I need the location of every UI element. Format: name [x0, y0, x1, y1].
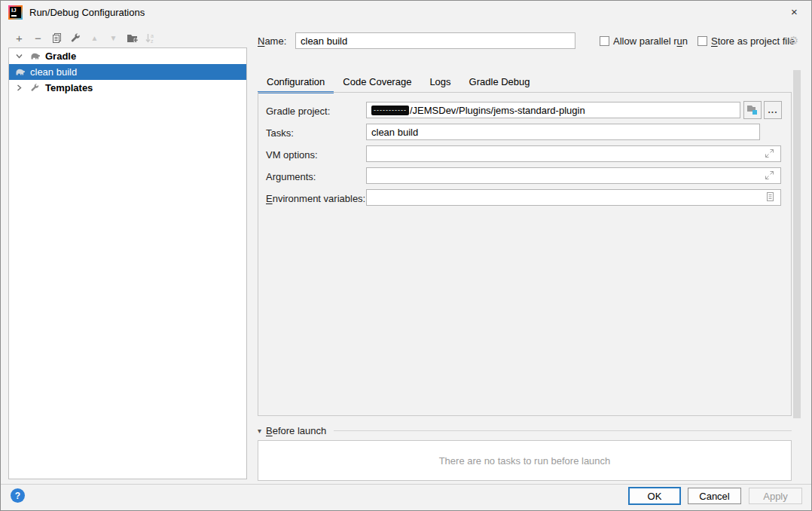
redacted-path-segment: ----------- — [371, 106, 409, 115]
configuration-panel — [258, 92, 792, 416]
remove-configuration-icon[interactable]: − — [29, 29, 47, 46]
title-bar: IJ Run/Debug Configurations × — [1, 1, 811, 23]
tree-label-gradle: Gradle — [45, 50, 76, 62]
tab-configuration[interactable]: Configuration — [258, 72, 334, 93]
configurations-tree: Gradle clean build Templates — [8, 47, 247, 479]
browse-button[interactable]: ... — [764, 101, 782, 119]
svg-text:z: z — [151, 38, 154, 43]
collapse-arrow-icon[interactable]: ▾ — [258, 427, 261, 435]
arguments-input[interactable] — [366, 167, 781, 184]
before-launch-task-list: There are no tasks to run before launch — [258, 440, 792, 481]
wrench-icon — [30, 83, 42, 93]
vertical-scrollbar[interactable] — [793, 70, 801, 418]
tab-gradle-debug[interactable]: Gradle Debug — [460, 72, 539, 93]
configuration-tabs: Configuration Code Coverage Logs Gradle … — [258, 72, 539, 93]
ok-button[interactable]: OK — [628, 487, 681, 505]
intellij-logo-icon: IJ — [8, 5, 23, 20]
copy-configuration-icon[interactable] — [47, 29, 66, 46]
before-launch-empty-text: There are no tasks to run before launch — [439, 455, 611, 467]
env-variables-list-icon[interactable] — [766, 191, 774, 202]
move-up-icon: ▲ — [85, 29, 104, 46]
gradle-elephant-icon — [15, 67, 27, 78]
tab-code-coverage[interactable]: Code Coverage — [334, 72, 420, 93]
allow-parallel-run-label[interactable]: Allow parallel run — [613, 35, 688, 47]
gradle-project-label: Gradle project: — [266, 106, 330, 117]
arguments-label: Arguments: — [266, 171, 316, 182]
tree-label-templates: Templates — [45, 82, 93, 93]
section-divider — [334, 430, 792, 431]
before-launch-label: Before launch — [266, 425, 326, 436]
chevron-right-icon[interactable] — [15, 84, 24, 92]
vm-options-input[interactable] — [366, 145, 781, 162]
apply-button: Apply — [749, 488, 802, 504]
tasks-input[interactable] — [366, 124, 760, 140]
vm-options-label: VM options: — [266, 149, 318, 161]
cancel-button[interactable]: Cancel — [688, 488, 741, 504]
tree-item-clean-build[interactable]: clean build — [9, 64, 246, 80]
gradle-project-input[interactable]: -----------/JEMSDev/Plugins/jems-standar… — [366, 102, 740, 118]
name-label: Name: — [258, 35, 286, 47]
tab-logs[interactable]: Logs — [420, 72, 459, 93]
tasks-label: Tasks: — [266, 127, 294, 139]
configurations-toolbar: + − ▲ ▼ a z — [10, 29, 160, 46]
gradle-elephant-icon — [30, 51, 42, 62]
allow-parallel-run-checkbox[interactable] — [600, 36, 609, 46]
footer-divider — [1, 484, 811, 485]
gear-icon: ⚙ — [789, 34, 798, 47]
new-folder-icon[interactable] — [123, 29, 142, 46]
expand-field-icon[interactable] — [765, 148, 774, 158]
store-as-project-file-checkbox[interactable] — [698, 36, 707, 46]
tree-label-clean-build: clean build — [30, 66, 77, 78]
expand-field-icon[interactable] — [765, 170, 774, 180]
chevron-down-icon[interactable] — [15, 52, 24, 60]
gradle-project-path: /JEMSDev/Plugins/jems-standard-plugin — [410, 105, 585, 116]
help-icon[interactable]: ? — [11, 488, 25, 503]
tree-item-gradle-group[interactable]: Gradle — [9, 48, 246, 64]
window-title: Run/Debug Configurations — [29, 7, 145, 18]
close-icon[interactable]: × — [777, 1, 811, 23]
select-gradle-project-button[interactable] — [743, 101, 762, 119]
svg-text:a: a — [151, 32, 154, 38]
run-debug-configurations-dialog: IJ Run/Debug Configurations × + − ▲ ▼ — [0, 0, 812, 511]
name-input[interactable] — [295, 32, 575, 49]
before-launch-header[interactable]: ▾ Before launch — [258, 425, 792, 436]
edit-templates-icon[interactable] — [66, 29, 85, 46]
move-down-icon: ▼ — [104, 29, 123, 46]
tree-item-templates-group[interactable]: Templates — [9, 80, 246, 96]
add-configuration-icon[interactable]: + — [10, 29, 29, 46]
environment-variables-label: Environment variables: — [266, 193, 365, 204]
sort-configurations-icon: a z — [142, 29, 160, 46]
store-as-project-file-label[interactable]: Store as project file — [711, 35, 795, 47]
environment-variables-input[interactable] — [366, 189, 781, 206]
